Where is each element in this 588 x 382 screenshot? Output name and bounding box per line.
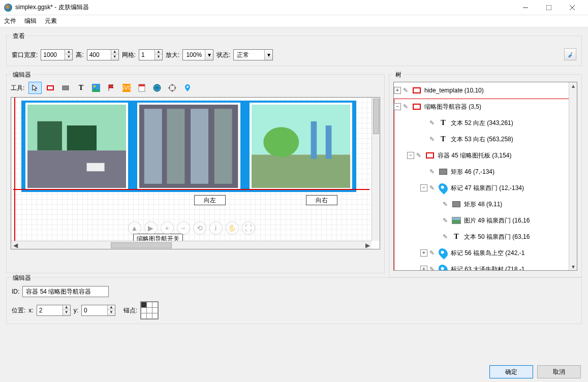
menubar: 文件 编辑 元素 xyxy=(0,15,588,27)
tree-scrollbar-v[interactable]: ▴▾ xyxy=(569,82,577,270)
svg-rect-2 xyxy=(63,86,69,90)
tool-marker[interactable] xyxy=(181,82,194,94)
grid-input[interactable]: ▲▼ xyxy=(139,49,163,60)
ctrl-hand-icon[interactable]: ✋ xyxy=(226,221,239,235)
thumbnail-strip xyxy=(21,101,356,192)
ok-button[interactable]: 确定 xyxy=(489,365,533,378)
menu-edit[interactable]: 编辑 xyxy=(24,17,37,25)
svg-rect-20 xyxy=(191,109,208,184)
ctrl-plus-icon[interactable]: + xyxy=(161,221,174,235)
y-input[interactable]: ▲▼ xyxy=(81,305,115,316)
svg-point-11 xyxy=(187,86,189,88)
nav-left-label[interactable]: 向左 xyxy=(194,195,226,205)
tool-pdf[interactable] xyxy=(135,82,148,94)
svg-rect-25 xyxy=(325,125,331,159)
editor-legend: 编辑器 xyxy=(11,71,33,79)
tree-node[interactable]: +✎标记 56 福泉岛上空 (242,-1 xyxy=(394,245,569,261)
expand-icon[interactable]: + xyxy=(420,249,427,257)
canvas-scrollbar-v[interactable] xyxy=(372,98,380,241)
tool-pointer[interactable] xyxy=(28,82,42,94)
tree-node[interactable]: −✎容器 45 缩略图托板 (3,154) xyxy=(394,147,569,164)
maximize-button[interactable] xyxy=(537,0,561,15)
pos-label: 位置: xyxy=(12,306,25,315)
tree-node[interactable]: ✎矩形 46 (7,-134) xyxy=(394,164,569,180)
tree-node[interactable]: +✎hide_template (10,10) xyxy=(394,82,569,99)
tree-node-label: 矩形 46 (7,-134) xyxy=(451,168,494,176)
settings-button[interactable] xyxy=(564,48,576,60)
tree-node[interactable]: ✎T文本 50 福泉西门 (63,16 xyxy=(394,229,569,245)
props-group: 编辑器 ID: 容器 54 缩略图导航容器 位置: x: ▲▼ y: ▲▼ 锚点… xyxy=(6,277,582,324)
tool-image[interactable] xyxy=(89,82,103,94)
tree-node[interactable]: +✎标记 63 大泽牛勒村 (718,-1 xyxy=(394,261,569,270)
ctrl-up-icon[interactable]: ▲ xyxy=(128,221,141,235)
ctrl-reset-icon[interactable]: ⟲ xyxy=(193,221,206,235)
expand-icon[interactable]: − xyxy=(407,152,414,159)
zoom-select[interactable]: 100%▾ xyxy=(182,49,213,60)
thumbnail-1[interactable] xyxy=(25,103,128,190)
state-select[interactable]: 正常▾ xyxy=(233,49,273,60)
x-input[interactable]: ▲▼ xyxy=(37,305,71,316)
expand-icon[interactable]: + xyxy=(394,87,401,94)
expand-icon[interactable]: − xyxy=(394,103,401,110)
svg-rect-18 xyxy=(144,109,162,184)
tool-rect[interactable] xyxy=(59,82,72,94)
edit-icon: ✎ xyxy=(403,103,410,110)
svg-rect-16 xyxy=(87,163,105,171)
tool-flag[interactable] xyxy=(105,82,118,94)
minimize-button[interactable] xyxy=(514,0,537,15)
tree-node[interactable]: −✎标记 47 福泉西门 (12,-134) xyxy=(394,180,569,196)
tree-node[interactable]: ✎T文本 52 向左 (343,261) xyxy=(394,115,569,131)
tree-node[interactable]: ✎矩形 48 (9,11) xyxy=(394,196,569,212)
canvas-scrollbar-h[interactable]: ◀▶ xyxy=(11,241,372,249)
expand-icon[interactable]: + xyxy=(420,266,427,270)
menu-file[interactable]: 文件 xyxy=(4,17,16,25)
thumbnail-3[interactable] xyxy=(250,103,352,190)
svg-rect-24 xyxy=(311,121,317,159)
anchor-picker[interactable] xyxy=(140,301,159,320)
nav-right-label[interactable]: 向右 xyxy=(306,195,337,205)
edit-icon: ✎ xyxy=(443,217,450,224)
editor-group: 编辑器 工具: T SVG xyxy=(6,74,385,273)
tree-node-label: 缩略图导航容器 (3,5) xyxy=(424,103,481,111)
close-button[interactable] xyxy=(561,0,584,15)
svg-rect-23 xyxy=(252,154,350,188)
ctrl-full-icon[interactable]: ⛶ xyxy=(242,221,255,235)
tool-globe[interactable] xyxy=(150,82,164,94)
footer: 确定 取消 xyxy=(0,362,588,382)
menu-element[interactable]: 元素 xyxy=(45,17,57,25)
tree-node[interactable]: −✎缩略图导航容器 (3,5) xyxy=(394,99,569,115)
tree-node-label: hide_template (10,10) xyxy=(424,87,484,94)
svg-rect-21 xyxy=(214,109,232,184)
tree-node[interactable]: ✎T文本 53 向右 (563,258) xyxy=(394,131,569,147)
cancel-button[interactable]: 取消 xyxy=(537,365,581,378)
svg-point-4 xyxy=(94,85,96,87)
tree-legend: 树 xyxy=(393,71,404,79)
tool-text[interactable]: T xyxy=(74,82,87,94)
ctrl-right-icon[interactable]: ▶ xyxy=(144,221,158,235)
thumbnail-2[interactable] xyxy=(137,103,240,190)
height-input[interactable]: ▲▼ xyxy=(87,49,119,60)
tool-container[interactable] xyxy=(44,82,57,94)
ctrl-info-icon[interactable]: i xyxy=(209,221,223,235)
canvas[interactable]: 向左 向右 缩略图导航开关 ▲ ▶ + − ⟲ i ✋ ⛶ xyxy=(11,97,380,249)
ctrl-minus-icon[interactable]: − xyxy=(177,221,190,235)
svg-rect-14 xyxy=(37,121,62,150)
svg-rect-1 xyxy=(47,86,53,90)
view-legend: 查看 xyxy=(11,32,27,41)
tool-target[interactable] xyxy=(166,82,179,94)
tree[interactable]: +✎hide_template (10,10)−✎缩略图导航容器 (3,5)✎T… xyxy=(394,82,569,270)
anchor-label: 锚点: xyxy=(123,306,137,315)
tree-node-label: 标记 63 大泽牛勒村 (718,-1 xyxy=(451,265,524,271)
expand-icon[interactable]: − xyxy=(420,184,427,192)
svg-rect-19 xyxy=(167,109,185,184)
app-icon xyxy=(4,4,12,12)
titlebar: simplex.ggsk* - 皮肤编辑器 xyxy=(0,0,588,15)
tool-svg[interactable]: SVG xyxy=(120,82,133,94)
window-title: simplex.ggsk* - 皮肤编辑器 xyxy=(15,3,514,12)
id-label: ID: xyxy=(12,288,19,295)
id-field[interactable]: 容器 54 缩略图导航容器 xyxy=(22,286,109,297)
zoom-label: 放大: xyxy=(166,51,179,59)
width-input[interactable]: ▲▼ xyxy=(41,49,73,60)
tree-node[interactable]: ✎图片 49 福泉西门 (16,16 xyxy=(394,212,569,229)
state-label: 状态: xyxy=(216,51,230,59)
